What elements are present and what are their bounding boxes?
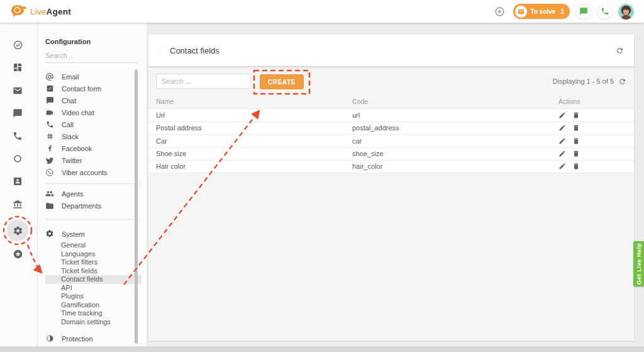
trash-icon — [572, 124, 580, 132]
viber-icon — [45, 168, 54, 177]
edit-button[interactable] — [558, 150, 566, 157]
delete-button[interactable] — [572, 111, 580, 119]
logo-wordmark: LiveAgent — [30, 7, 71, 16]
add-button[interactable] — [492, 4, 508, 20]
rail-item-dashboard[interactable] — [10, 60, 25, 75]
table-header-row: Name Code Actions — [148, 94, 634, 108]
table-row[interactable]: Car car — [148, 134, 634, 147]
sidebar-item-email[interactable]: Email — [38, 71, 147, 82]
sidebar-item-label: Email — [62, 73, 79, 81]
bottom-scrollbar-track[interactable] — [0, 346, 644, 352]
chats-button[interactable] — [575, 4, 591, 20]
folder-icon — [45, 202, 54, 210]
video-camera-icon — [45, 108, 54, 117]
sidebar-item-viber-accounts[interactable]: Viber accounts — [38, 166, 147, 178]
slack-icon — [45, 132, 54, 141]
row-actions — [558, 162, 580, 170]
sidebar-item-time-tracking[interactable]: Time tracking — [38, 309, 147, 318]
icon-rail — [0, 23, 38, 346]
rail-item-calls[interactable] — [10, 128, 25, 144]
rail-item-mail[interactable] — [10, 83, 25, 98]
rail-item-online-visitors[interactable] — [10, 151, 25, 166]
sidebar-item-api[interactable]: API — [38, 284, 147, 293]
agent-photo-icon — [618, 4, 634, 20]
sidebar-item-contact-fields[interactable]: Contact fields — [45, 275, 142, 284]
sidebar-item-ticket-filters[interactable]: Ticket filters — [38, 258, 147, 267]
sidebar-item-label: Viber accounts — [62, 169, 108, 176]
topbar-actions: To solve 1 — [492, 4, 634, 20]
rail-item-chats[interactable] — [10, 106, 25, 121]
create-button[interactable]: CREATE — [260, 74, 304, 89]
cell-code: url — [352, 111, 558, 119]
bank-icon — [13, 199, 23, 209]
cell-code: postal_address — [352, 124, 558, 132]
delete-button[interactable] — [572, 150, 580, 157]
sidebar-item-video-chat[interactable]: Video chat — [38, 106, 147, 118]
delete-button[interactable] — [572, 137, 580, 145]
table-row[interactable]: Shoe size shoe_size — [148, 147, 634, 161]
channel-menu: Email Contact form Chat Video chat Call … — [38, 71, 147, 178]
table-search-input[interactable] — [156, 74, 250, 89]
delete-button[interactable] — [572, 124, 580, 132]
to-solve-count: 1 — [560, 8, 564, 15]
pencil-icon — [558, 124, 566, 132]
rail-item-billing[interactable] — [10, 196, 25, 212]
get-live-help-label: Get Live Help — [635, 243, 642, 285]
sidebar-search-input[interactable] — [45, 49, 138, 63]
sidebar-item-plugins[interactable]: Plugins — [38, 292, 147, 301]
contact-card-icon — [13, 176, 23, 186]
page-header-card: Contact fields — [148, 35, 634, 66]
staff-menu: Agents Departments — [38, 188, 147, 212]
sidebar-item-protection[interactable]: Protection — [38, 332, 147, 344]
edit-button[interactable] — [558, 162, 566, 170]
trash-icon — [572, 162, 580, 170]
user-avatar[interactable] — [618, 4, 634, 20]
sidebar-item-departments[interactable]: Departments — [38, 200, 147, 212]
cell-code: hair_color — [352, 162, 558, 170]
sidebar-item-label: Facebook — [62, 145, 92, 152]
sidebar-item-chat[interactable]: Chat — [38, 94, 147, 106]
phone-icon — [601, 7, 609, 16]
sidebar-item-ticket-fields[interactable]: Ticket fields — [38, 267, 147, 276]
topbar: LiveAgent To solve 1 — [0, 0, 644, 23]
rail-item-settings[interactable] — [10, 223, 25, 238]
trash-icon — [572, 137, 580, 145]
edit-button[interactable] — [558, 111, 566, 119]
to-solve-button[interactable]: To solve 1 — [513, 4, 570, 19]
table-row[interactable]: Postal address postal_address — [148, 122, 634, 135]
shield-icon — [45, 334, 54, 343]
rail-item-contacts[interactable] — [10, 174, 25, 189]
table-refresh-button[interactable] — [618, 77, 626, 86]
pencil-icon — [558, 150, 566, 157]
sidebar-item-twitter[interactable]: Twitter — [38, 154, 147, 166]
sidebar-item-contact-form[interactable]: Contact form — [38, 82, 147, 94]
get-live-help-button[interactable]: Get Live Help — [633, 241, 644, 287]
table-toolbar: CREATE Displaying 1 - 5 of 5 — [148, 68, 634, 94]
cell-name: Car — [148, 137, 352, 145]
sidebar-item-gamification[interactable]: Gamification — [38, 301, 147, 310]
sidebar-scrollbar[interactable] — [135, 69, 138, 344]
sidebar-item-general[interactable]: General — [38, 241, 147, 250]
sidebar-item-agents[interactable]: Agents — [38, 188, 147, 200]
refresh-button[interactable] — [616, 47, 624, 55]
sidebar-item-domain-settings[interactable]: Domain settings — [38, 318, 147, 327]
sidebar-item-label: Agents — [62, 190, 83, 198]
calls-button[interactable] — [597, 4, 613, 20]
edit-button[interactable] — [558, 124, 566, 132]
liveagent-logo[interactable]: LiveAgent — [10, 4, 71, 19]
envelope-icon — [515, 6, 527, 18]
rail-item-gamification[interactable] — [10, 246, 25, 261]
sidebar-item-call[interactable]: Call — [38, 118, 147, 130]
pagination-info: Displaying 1 - 5 of 5 — [553, 68, 626, 94]
rail-item-tasks[interactable] — [10, 37, 25, 52]
edit-button[interactable] — [558, 137, 566, 145]
table-row[interactable]: Url url — [148, 108, 634, 122]
delete-button[interactable] — [572, 162, 580, 170]
sidebar-item-facebook[interactable]: Facebook — [38, 142, 147, 154]
contact-form-icon — [45, 84, 54, 93]
sidebar-item-system[interactable]: System — [38, 227, 147, 241]
sidebar-item-slack[interactable]: Slack — [38, 130, 147, 142]
table-row[interactable]: Hair color hair_color — [148, 160, 634, 173]
column-header-actions: Actions — [558, 98, 580, 105]
sidebar-item-languages[interactable]: Languages — [38, 250, 147, 259]
